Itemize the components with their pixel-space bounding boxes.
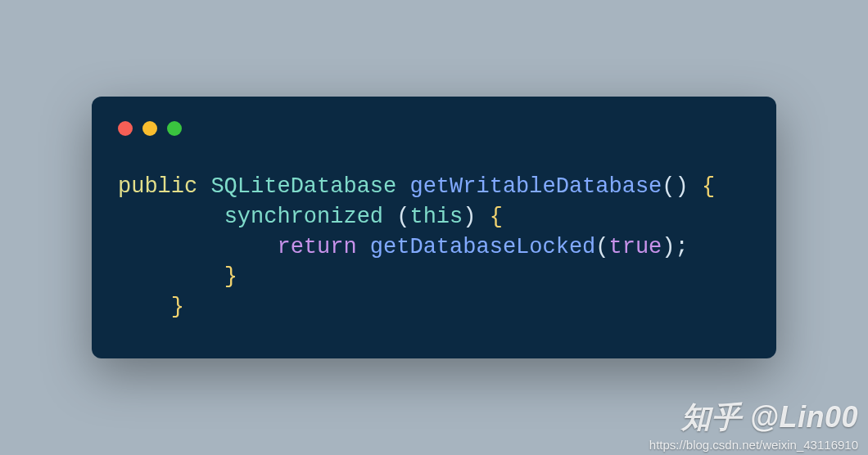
watermark-url: https://blog.csdn.net/weixin_43116910 xyxy=(649,438,858,452)
code-window: public SQLiteDatabase getWritableDatabas… xyxy=(92,97,776,359)
close-icon xyxy=(118,121,133,136)
window-traffic-lights xyxy=(118,121,750,136)
watermark-author: 知乎 @Lin00 xyxy=(649,398,858,438)
maximize-icon xyxy=(167,121,182,136)
watermark: 知乎 @Lin00 https://blog.csdn.net/weixin_4… xyxy=(649,398,858,452)
minimize-icon xyxy=(142,121,157,136)
code-snippet: public SQLiteDatabase getWritableDatabas… xyxy=(118,172,750,323)
